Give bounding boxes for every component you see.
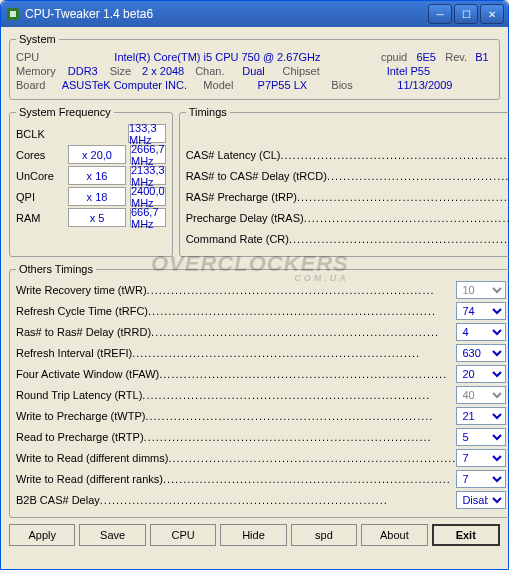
frequency-legend: System Frequency [16, 106, 114, 118]
save-button[interactable]: Save [79, 524, 145, 546]
cores-label: Cores [16, 149, 64, 161]
timing-select[interactable]: 21 [456, 407, 506, 425]
cores-mult: x 20,0 [68, 145, 126, 164]
qpi-value: 2400,0 MHz [130, 187, 166, 206]
system-legend: System [16, 33, 59, 45]
size-value: 2 x 2048 [135, 65, 191, 77]
timing-label: Write to Precharge (tWTP) [16, 410, 456, 422]
svg-rect-1 [10, 11, 16, 17]
cr-label: Command Rate (CR) [186, 233, 509, 245]
timing-select[interactable]: 40 [456, 386, 506, 404]
window-title: CPU-Tweaker 1.4 beta6 [25, 7, 426, 21]
exit-button[interactable]: Exit [432, 524, 500, 546]
board-value: ASUSTeK Computer INC. [49, 79, 199, 91]
timing-select[interactable]: 20 [456, 365, 506, 383]
close-button[interactable]: ✕ [480, 4, 504, 24]
timing-select[interactable]: 4 [456, 323, 506, 341]
cpuid-value: 6E5 [411, 51, 441, 63]
timing-label: Refresh Interval (tREFI) [16, 347, 456, 359]
frequency-group: System Frequency BCLK 133,3 MHz Cores x … [9, 106, 173, 257]
timing-select[interactable]: 630 [456, 344, 506, 362]
trcd-label: RAS# to CAS# Delay (tRCD) [186, 170, 509, 182]
bios-label: Bios [331, 79, 352, 91]
timing-select[interactable]: 74 [456, 302, 506, 320]
uncore-value: 2133,3 MHz [130, 166, 166, 185]
model-value: P7P55 LX [237, 79, 327, 91]
size-label: Size [110, 65, 131, 77]
qpi-mult: x 18 [68, 187, 126, 206]
timing-label: Four Activate Window (tFAW) [16, 368, 456, 380]
bios-value: 11/13/2009 [357, 79, 493, 91]
timing-select[interactable]: 7 [456, 449, 506, 467]
board-label: Board [16, 79, 45, 91]
cpu-value: Intel(R) Core(TM) i5 CPU 750 @ 2.67GHz [58, 51, 377, 63]
rev-label: Rev. [445, 51, 467, 63]
others-legend: Others Timings [16, 263, 96, 275]
bclk-value: 133,3 MHz [128, 124, 166, 143]
ram-mult: x 5 [68, 208, 126, 227]
timing-label: Write to Read (different dimms) [16, 452, 456, 464]
uncore-mult: x 16 [68, 166, 126, 185]
titlebar: CPU-Tweaker 1.4 beta6 ─ ☐ ✕ [1, 1, 508, 27]
timing-select[interactable]: 10 [456, 281, 506, 299]
chan-label: Chan. [195, 65, 224, 77]
rev-value: B1 [471, 51, 493, 63]
about-button[interactable]: About [361, 524, 427, 546]
memory-label: Memory [16, 65, 56, 77]
ram-value: 666,7 MHz [130, 208, 166, 227]
timing-label: Ras# to Ras# Delay (tRRD) [16, 326, 456, 338]
maximize-button[interactable]: ☐ [454, 4, 478, 24]
minimize-button[interactable]: ─ [428, 4, 452, 24]
timing-label: Read to Precharge (tRTP) [16, 431, 456, 443]
hide-button[interactable]: Hide [220, 524, 286, 546]
apply-button[interactable]: Apply [9, 524, 75, 546]
timing-select[interactable]: Disab. [456, 491, 506, 509]
timings-group: Timings Channel(s) A B CAS# Latency (CL)… [179, 106, 509, 257]
system-group: System CPU Intel(R) Core(TM) i5 CPU 750 … [9, 33, 500, 100]
uncore-label: UnCore [16, 170, 64, 182]
timing-label: B2B CAS# Delay [16, 494, 456, 506]
chan-value: Dual [229, 65, 279, 77]
memory-value: DDR3 [60, 65, 106, 77]
timing-label: Write Recovery time (tWR) [16, 284, 456, 296]
others-group: Others Timings Write Recovery time (tWR)… [9, 263, 509, 518]
ram-label: RAM [16, 212, 64, 224]
timing-label: Write to Read (different ranks) [16, 473, 456, 485]
trp-label: RAS# Precharge (tRP) [186, 191, 509, 203]
spd-button[interactable]: spd [291, 524, 357, 546]
cpuid-label: cpuid [381, 51, 407, 63]
qpi-label: QPI [16, 191, 64, 203]
timing-select[interactable]: 5 [456, 428, 506, 446]
bclk-label: BCLK [16, 128, 64, 140]
cpu-label: CPU [16, 51, 54, 63]
button-bar: Apply Save CPU Hide spd About Exit [9, 522, 500, 546]
timing-label: Round Trip Latency (RTL) [16, 389, 456, 401]
timing-label: Refresh Cycle Time (tRFC) [16, 305, 456, 317]
tras-label: Precharge Delay (tRAS) [186, 212, 509, 224]
chipset-label: Chipset [283, 65, 320, 77]
app-icon [5, 6, 21, 22]
chipset-value: Intel P55 [324, 65, 493, 77]
cl-label: CAS# Latency (CL) [186, 149, 509, 161]
timings-legend: Timings [186, 106, 230, 118]
timing-select[interactable]: 7 [456, 470, 506, 488]
model-label: Model [203, 79, 233, 91]
cpu-button[interactable]: CPU [150, 524, 216, 546]
cores-value: 2666,7 MHz [130, 145, 166, 164]
